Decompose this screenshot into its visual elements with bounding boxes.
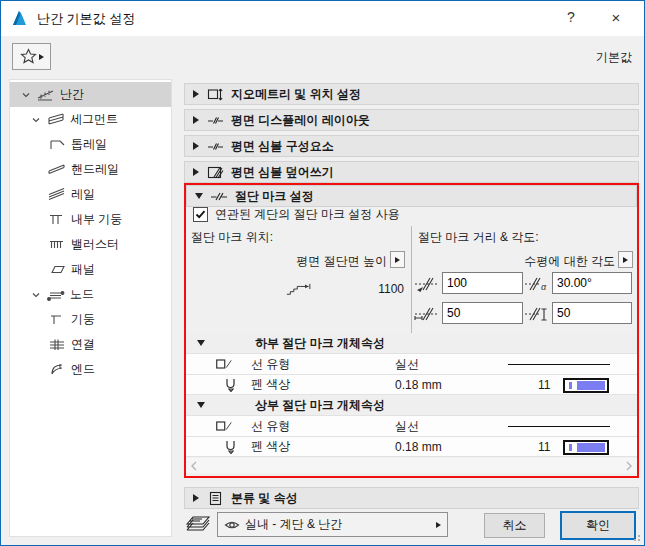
cut-mark-icon [210, 189, 228, 204]
line-type-sample[interactable] [508, 364, 610, 365]
flyout-arrow-icon [436, 522, 441, 528]
rail-icon [47, 188, 67, 202]
sidebar-item-label: 기둥 [71, 311, 95, 328]
check-icon [195, 209, 206, 220]
plan-cut-height-flyout-button[interactable] [390, 251, 405, 268]
line-type-sample[interactable] [508, 426, 610, 427]
pen-color-label: 펜 색상 [251, 438, 290, 455]
group-title: 상부 절단 마크 개체속성 [255, 397, 385, 414]
scroll-right-icon [625, 461, 633, 471]
line-type-icon [216, 357, 232, 371]
pen-weight-value: 0.18 mm [395, 440, 442, 454]
lower-cut-mark-group-header[interactable]: 하부 절단 마크 개체속성 [186, 333, 637, 353]
inner-post-icon [47, 213, 67, 227]
linked-stair-checkbox[interactable] [193, 207, 208, 222]
sidebar-item-handrail[interactable]: 핸드레일 [10, 157, 171, 182]
sidebar-item-rail[interactable]: 레일 [10, 182, 171, 207]
sidebar-item-node[interactable]: 노드 [10, 282, 171, 307]
connection-icon [47, 338, 67, 352]
sidebar-item-label: 엔드 [71, 361, 95, 378]
ok-button[interactable]: 확인 [560, 511, 636, 540]
window-title: 난간 기본값 설정 [37, 10, 135, 28]
cut-mark-angle-input[interactable] [552, 272, 632, 294]
upper-line-type-row[interactable]: 선 유형 실선 [186, 415, 637, 436]
sidebar-item-post[interactable]: 기둥 [10, 307, 171, 332]
sidebar-item-label: 노드 [70, 286, 94, 303]
triangle-right-icon [193, 116, 199, 124]
line-type-icon [216, 419, 232, 433]
lower-pen-color-row[interactable]: 펜 색상 0.18 mm 11 [186, 374, 637, 395]
pen-index-value: 11 [538, 378, 550, 392]
sidebar-item-inner-post[interactable]: 내부 기둥 [10, 207, 171, 232]
line-type-value: 실선 [395, 418, 419, 435]
resize-grip[interactable] [632, 533, 640, 541]
footer-divider [184, 508, 639, 509]
chevron-down-icon[interactable] [30, 114, 42, 126]
default-label: 기본값 [596, 49, 632, 66]
triangle-right-icon [193, 90, 199, 98]
plan-display-icon [206, 113, 224, 128]
group-title: 하부 절단 마크 개체속성 [255, 335, 385, 352]
sidebar-item-label: 난간 [60, 86, 84, 103]
baluster-icon [47, 238, 67, 252]
sidebar-item-label: 핸드레일 [71, 161, 119, 178]
stair-cut-height-icon [286, 280, 312, 298]
section-classification-properties[interactable]: 분류 및 속성 [184, 487, 639, 509]
eye-icon [224, 519, 240, 531]
title-bar[interactable]: 난간 기본값 설정 ? × [1, 1, 644, 36]
triangle-down-icon [197, 340, 205, 346]
cut-mark-distance-input[interactable] [442, 272, 523, 294]
section-label: 절단 마크 설정 [235, 188, 314, 205]
favorites-toolbar: 기본값 [1, 36, 644, 77]
layer-selector-button[interactable]: 실내 - 계단 & 난간 [217, 512, 448, 537]
help-button[interactable]: ? [552, 1, 590, 33]
lower-offset-icon [413, 305, 439, 323]
section-plan-symbol-components[interactable]: 평면 심볼 구성요소 [184, 135, 639, 157]
flyout-arrow-icon [623, 257, 628, 263]
pen-color-swatch[interactable] [563, 440, 609, 455]
sidebar-item-label: 톱레일 [71, 136, 107, 153]
sidebar-item-segment[interactable]: 세그먼트 [10, 107, 171, 132]
horizontal-scrollbar[interactable] [186, 458, 637, 473]
chevron-down-icon[interactable] [30, 289, 42, 301]
sidebar-item-top-rail[interactable]: 톱레일 [10, 132, 171, 157]
close-button[interactable]: × [597, 1, 635, 33]
railing-default-settings-dialog: 난간 기본값 설정 ? × 기본값 난간 세그먼트 톱레일 [0, 0, 645, 546]
scroll-left-icon [190, 461, 198, 471]
triangle-right-icon [193, 142, 199, 150]
chevron-down-icon[interactable] [20, 89, 32, 101]
segment-icon [46, 113, 66, 127]
sidebar-item-end[interactable]: 엔드 [10, 357, 171, 382]
upper-cut-mark-group-header[interactable]: 상부 절단 마크 개체속성 [186, 395, 637, 415]
pen-icon [223, 440, 239, 454]
triangle-down-icon [197, 402, 205, 408]
pen-color-swatch[interactable] [563, 378, 609, 393]
lower-offset-input[interactable] [442, 302, 523, 324]
geometry-icon [206, 87, 224, 102]
sidebar-item-railing[interactable]: 난간 [10, 82, 171, 107]
linked-stair-setting-row: 연관된 계단의 절단 마크 설정 사용 [193, 206, 400, 223]
cancel-button[interactable]: 취소 [484, 513, 545, 538]
section-label: 평면 디스플레이 레이아웃 [231, 112, 370, 129]
section-plan-symbol-override[interactable]: 평면 심볼 덮어쓰기 [184, 161, 639, 183]
pen-color-label: 펜 색상 [251, 376, 290, 393]
sidebar-item-label: 밸러스터 [71, 236, 119, 253]
favorites-button[interactable] [12, 43, 51, 70]
flyout-arrow-icon [39, 54, 44, 60]
section-plan-display-layout[interactable]: 평면 디스플레이 레이아웃 [184, 109, 639, 131]
sidebar-item-panel[interactable]: 패널 [10, 257, 171, 282]
sidebar-item-connection[interactable]: 연결 [10, 332, 171, 357]
section-cut-mark-settings[interactable]: 절단 마크 설정 [186, 185, 637, 207]
end-icon [47, 363, 67, 377]
override-icon [206, 165, 224, 180]
upper-offset-input[interactable] [552, 302, 632, 324]
lower-line-type-row[interactable]: 선 유형 실선 [186, 353, 637, 374]
upper-pen-color-row[interactable]: 펜 색상 0.18 mm 11 [186, 436, 637, 457]
sidebar-item-label: 연결 [71, 336, 95, 353]
line-type-label: 선 유형 [251, 418, 290, 435]
sidebar-item-baluster[interactable]: 밸러스터 [10, 232, 171, 257]
column-divider [411, 226, 412, 334]
section-geometry-position[interactable]: 지오메트리 및 위치 설정 [184, 83, 639, 105]
angle-flyout-button[interactable] [618, 251, 633, 268]
component-tree: 난간 세그먼트 톱레일 핸드레일 레일 내부 기둥 밸러스터 [9, 79, 172, 537]
